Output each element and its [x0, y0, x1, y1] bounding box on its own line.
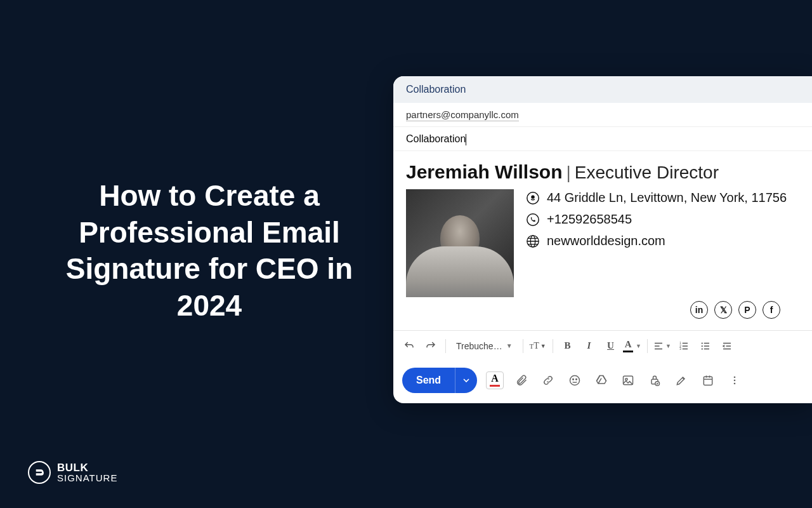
drive-button[interactable]	[593, 371, 610, 389]
signature-heading: Jeremiah Willson|Executive Director	[406, 161, 799, 183]
send-button[interactable]: Send	[402, 368, 477, 393]
compose-window: Collaboration partners@companyllc.com Co…	[393, 76, 812, 403]
linkedin-icon[interactable]: in	[690, 301, 708, 319]
map-pin-icon	[525, 190, 540, 206]
align-button[interactable]: ▼	[653, 336, 672, 356]
signature-title: Executive Director	[575, 163, 719, 182]
brand-logo-icon	[28, 461, 51, 484]
attach-button[interactable]	[513, 371, 530, 389]
svg-point-19	[734, 376, 736, 378]
link-button[interactable]	[539, 371, 557, 389]
outdent-button[interactable]	[717, 336, 737, 356]
hero-title: How to Create a Professional Email Signa…	[38, 178, 381, 324]
format-toolbar: Trebuche… ▼ TT ▼ B I U A ▼ ▼ 123	[393, 330, 812, 361]
text-color-button[interactable]: A ▼	[623, 336, 642, 356]
formatting-button[interactable]: A	[486, 371, 504, 389]
svg-point-1	[532, 196, 534, 198]
recipient-chip[interactable]: partners@companyllc.com	[406, 109, 519, 121]
chevron-down-icon: ▼	[506, 342, 513, 349]
social-icons: in 𝕏 P f	[406, 297, 799, 319]
to-field[interactable]: partners@companyllc.com	[393, 103, 812, 127]
send-more-button[interactable]	[455, 368, 477, 393]
phone-icon	[525, 212, 540, 227]
italic-button[interactable]: I	[580, 336, 599, 356]
brand-logo: BULK SIGNATURE	[28, 461, 117, 484]
redo-button[interactable]	[421, 336, 440, 356]
text-cursor	[466, 134, 466, 145]
toolbar-separator	[445, 339, 446, 353]
svg-point-11	[570, 375, 580, 385]
send-label: Send	[402, 368, 455, 393]
bold-button[interactable]: B	[558, 336, 577, 356]
signature-button[interactable]	[672, 371, 690, 389]
contact-list: 44 Griddle Ln, Levittown, New York, 1175…	[525, 189, 787, 297]
image-button[interactable]	[619, 371, 637, 389]
pinterest-icon[interactable]: P	[738, 301, 756, 319]
svg-text:3: 3	[679, 347, 681, 351]
ordered-list-button[interactable]: 123	[674, 336, 693, 356]
svg-rect-18	[704, 377, 712, 385]
svg-point-15	[625, 378, 627, 380]
avatar	[406, 189, 514, 297]
toolbar-separator	[523, 339, 523, 353]
svg-point-8	[701, 342, 702, 344]
toolbar-separator	[647, 339, 648, 353]
subject-field[interactable]: Collaboration	[393, 127, 812, 151]
font-select[interactable]: Trebuche… ▼	[451, 336, 518, 356]
font-name: Trebuche…	[456, 341, 502, 351]
svg-point-10	[701, 348, 702, 349]
signature-name: Jeremiah Willson	[406, 161, 562, 182]
facebook-icon[interactable]: f	[763, 301, 780, 319]
brand-line1: BULK	[57, 462, 117, 473]
contact-website: newworlddesign.com	[525, 234, 787, 249]
font-size-button[interactable]: TT ▼	[528, 336, 547, 356]
x-icon[interactable]: 𝕏	[714, 301, 732, 319]
svg-point-20	[734, 379, 736, 381]
emoji-button[interactable]	[566, 371, 584, 389]
compose-actions: Send A	[393, 361, 812, 403]
compose-header: Collaboration	[393, 76, 812, 103]
svg-point-21	[734, 382, 736, 384]
svg-point-2	[527, 214, 539, 225]
contact-address: 44 Griddle Ln, Levittown, New York, 1175…	[525, 190, 787, 206]
svg-point-13	[576, 378, 577, 380]
website-text: newworlddesign.com	[547, 234, 665, 248]
subject-text: Collaboration	[406, 133, 466, 144]
bullet-list-button[interactable]	[696, 336, 715, 356]
globe-icon	[525, 234, 540, 249]
signature-block: Jeremiah Willson|Executive Director 44 G…	[393, 151, 812, 330]
brand-line2: SIGNATURE	[57, 473, 117, 483]
confidential-button[interactable]	[646, 371, 664, 389]
phone-text: +12592658545	[547, 212, 632, 227]
more-options-button[interactable]	[726, 371, 743, 389]
underline-button[interactable]: U	[601, 336, 620, 356]
address-text: 44 Griddle Ln, Levittown, New York, 1175…	[547, 190, 787, 205]
undo-button[interactable]	[400, 336, 419, 356]
schedule-button[interactable]	[699, 371, 717, 389]
svg-point-12	[573, 378, 574, 380]
toolbar-separator	[553, 339, 553, 353]
contact-phone: +12592658545	[525, 212, 787, 227]
svg-point-9	[701, 345, 702, 347]
